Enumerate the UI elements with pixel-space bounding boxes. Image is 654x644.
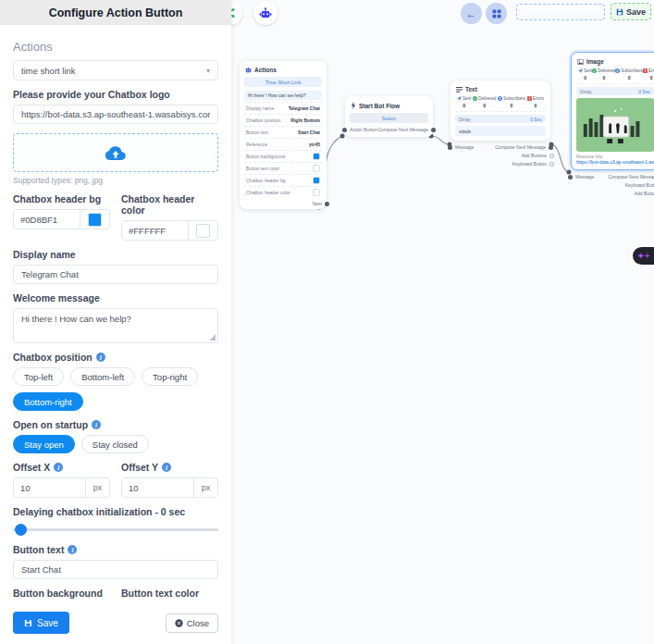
- node-row: Display nameTelegram Chat: [244, 102, 322, 114]
- next-port-dot[interactable]: [325, 202, 329, 206]
- robot-icon: [259, 7, 272, 19]
- position-bottom-right[interactable]: Bottom-right: [13, 392, 83, 411]
- text-left-port-dot: [448, 145, 452, 150]
- share-icon: [231, 7, 236, 19]
- text-node-content[interactable]: sdsds: [455, 126, 546, 136]
- node-row: Chatbox header color: [244, 186, 322, 198]
- node-row: Chatbox positionRight Bottom: [244, 114, 322, 126]
- startup-options: Stay open Stay closed: [13, 435, 218, 453]
- save-icon: [616, 8, 623, 16]
- offset-x-unit: px: [85, 478, 109, 497]
- start-right-port-dot: [431, 128, 436, 132]
- flow-name-input[interactable]: [516, 4, 605, 20]
- subscribers-icon: [615, 68, 620, 73]
- image-node-stats: Sent0 Delivered0 Subscribers0 Errors0: [576, 68, 654, 84]
- share-button[interactable]: [231, 1, 242, 25]
- node-row: Button textStart Chat: [244, 126, 322, 138]
- start-right-port[interactable]: Compose Next Message: [377, 127, 428, 132]
- start-node-header: Start Bot Flow: [351, 102, 428, 109]
- logo-url-input[interactable]: https://bot-data.s3.ap-southeast-1.wasab…: [13, 105, 218, 124]
- image-left-port[interactable]: Message: [572, 174, 594, 180]
- offset-x-input[interactable]: 10 px: [13, 477, 110, 498]
- image-left-port-dot: [568, 175, 573, 180]
- actions-node-action-pill[interactable]: Time Short Link: [244, 77, 322, 87]
- panel-body: Actions time short link ▾ Please provide…: [0, 25, 231, 601]
- welcome-message-label: Welcome message: [13, 292, 218, 303]
- actions-bot-icon: [245, 67, 252, 73]
- close-button[interactable]: Close: [166, 613, 218, 633]
- add-buttons-port-dot: [549, 154, 554, 158]
- logo-label: Please provide your Chatbox logo: [13, 89, 218, 100]
- keyboard-button-port-dot: [549, 162, 554, 167]
- text-left-port[interactable]: Message: [451, 144, 474, 150]
- image-right-port-compose[interactable]: Compose Next Message: [608, 174, 654, 180]
- start-node-select-button[interactable]: Select: [350, 113, 428, 123]
- text-right-port-add-buttons[interactable]: Add Buttons: [522, 153, 550, 158]
- errors-icon: [643, 68, 648, 73]
- color-swatch: [313, 177, 320, 184]
- color-swatch: [196, 224, 210, 238]
- startup-stay-open[interactable]: Stay open: [13, 435, 75, 453]
- image-right-port-keyboard[interactable]: Keyboard Button: [625, 182, 654, 188]
- actions-node-header: Actions: [245, 67, 322, 73]
- position-bottom-left[interactable]: Bottom-left: [70, 367, 135, 386]
- text-right-port-keyboard[interactable]: Keyboard Button: [512, 161, 550, 167]
- ai-assistant-button[interactable]: ✦+: [633, 247, 654, 265]
- text-right-port-compose[interactable]: Compose Next Message: [495, 144, 549, 150]
- sent-icon: [457, 96, 462, 101]
- save-button[interactable]: Save: [13, 612, 69, 634]
- next-port[interactable]: Next: [244, 198, 322, 207]
- bot-button[interactable]: [253, 1, 278, 25]
- text-node[interactable]: Text Sent0 Delivered0 Subscribers0 Error…: [450, 80, 550, 167]
- delay-slider[interactable]: [13, 523, 218, 536]
- grid-view-button[interactable]: [486, 3, 507, 24]
- delivered-icon: [592, 68, 597, 73]
- start-node-title: Start Bot Flow: [359, 103, 400, 109]
- header-color-swatch-button[interactable]: [188, 221, 217, 240]
- text-compose-port-dot: [549, 145, 553, 150]
- resource-info-label: Resource Info:: [576, 155, 654, 159]
- image-icon: [577, 59, 584, 65]
- display-name-input[interactable]: Telegram Chat: [13, 265, 218, 284]
- text-node-delay[interactable]: Delay 0 Sec: [455, 115, 546, 123]
- supported-types-hint: Supported types: png, jpg: [13, 176, 218, 185]
- color-swatch: [313, 153, 320, 160]
- action-type-select[interactable]: time short link ▾: [13, 60, 218, 80]
- panel-footer: Save Close: [0, 601, 231, 644]
- header-bg-swatch-button[interactable]: [80, 210, 109, 229]
- image-node-preview[interactable]: [576, 98, 654, 152]
- canvas-save-button[interactable]: Save: [611, 3, 651, 20]
- info-icon: i: [162, 463, 171, 472]
- image-right-port-add-buttons[interactable]: Add Buttons: [635, 191, 654, 196]
- info-icon: i: [96, 353, 105, 362]
- resource-link[interactable]: https://bot-data.s3.ap-southeast-1.wasab…: [576, 160, 654, 165]
- welcome-message-textarea[interactable]: Hi there ! How can we help?: [13, 308, 218, 343]
- button-text-input[interactable]: Start Chat: [13, 560, 218, 579]
- image-node[interactable]: Image Sent0 Delivered0 Subscribers0 Erro…: [571, 52, 654, 196]
- header-color-input[interactable]: #FFFFFF: [121, 220, 218, 241]
- node-row: Referenceytr45: [244, 138, 322, 150]
- slider-thumb[interactable]: [15, 524, 27, 536]
- start-bot-flow-node[interactable]: Start Bot Flow Select Action Button Comp…: [345, 96, 433, 137]
- actions-node[interactable]: Actions Time Short Link Hi there ! How c…: [240, 61, 327, 209]
- action-type-value: time short link: [21, 66, 76, 76]
- node-row: Button background: [244, 150, 322, 162]
- text-node-header: Text: [456, 86, 546, 93]
- image-node-header: Image: [577, 58, 654, 65]
- node-row: Chatbox header bg: [244, 174, 322, 186]
- image-node-delay[interactable]: Delay 0 Sec: [576, 87, 654, 95]
- start-left-port[interactable]: Action Button: [350, 127, 377, 132]
- header-bg-input[interactable]: #0D8BF1: [13, 209, 110, 229]
- offset-y-input[interactable]: 10 px: [121, 477, 218, 498]
- logo-upload-dropzone[interactable]: [13, 133, 218, 172]
- back-arrow-icon: ←: [466, 7, 477, 20]
- bolt-icon: [351, 102, 356, 109]
- save-button-label: Save: [37, 618, 58, 628]
- resize-handle[interactable]: [209, 334, 216, 341]
- flow-canvas[interactable]: ← Save ✦+: [231, 0, 654, 644]
- position-top-right[interactable]: Top-right: [142, 367, 198, 386]
- slider-track[interactable]: [13, 528, 218, 531]
- position-top-left[interactable]: Top-left: [13, 367, 64, 386]
- startup-stay-closed[interactable]: Stay closed: [81, 435, 149, 453]
- back-button[interactable]: ←: [461, 3, 482, 24]
